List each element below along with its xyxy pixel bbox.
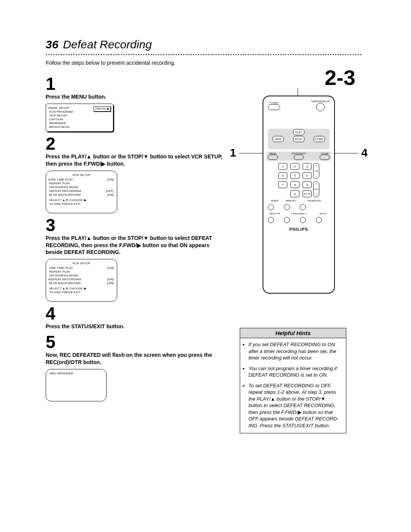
menu-value: [OFF] <box>106 189 114 193</box>
step-number-1: 1 <box>46 75 225 93</box>
digit-4[interactable]: 4 <box>278 172 287 179</box>
rec-button[interactable] <box>268 217 274 223</box>
step-text-5: Now, REC DEFEATED will flash on the scre… <box>46 351 225 366</box>
memory-label: MEMORY <box>284 200 298 202</box>
footer-hint: SELECT ▲▼ CHOOSE ▶ <box>49 198 114 202</box>
footer-hint: SELECT ▲▼ CHOOSE ▶ <box>49 287 114 291</box>
tracking-down-button[interactable] <box>284 217 290 223</box>
hints-title: Helpful Hints <box>240 328 346 338</box>
divider-dots: ••••••••••••••••••••••••••••••••••••••••… <box>46 52 373 58</box>
menu-item: VCR SETUP <box>49 114 67 118</box>
menu-item: DEFEAT RECORDING <box>49 189 81 193</box>
step-number-3: 3 <box>46 216 225 234</box>
menu-item: CAPTION <box>49 118 63 121</box>
menu-value: [ON] <box>107 278 114 281</box>
intro-text: Follow the steps below to prevent accide… <box>46 60 373 66</box>
digit-9[interactable]: 9 <box>303 181 312 188</box>
menu-item: ONE TIME PLAY <box>49 178 73 182</box>
step-text-2: Press the PLAY/▲ button or the STOP/▼ bu… <box>46 153 225 168</box>
menu-item: REMINDER <box>49 121 66 125</box>
altch-button[interactable]: ALT CH <box>303 190 312 197</box>
status-exit-button[interactable] <box>294 155 304 160</box>
digit-5[interactable]: 5 <box>290 172 299 179</box>
menu-value: [ON] <box>107 266 114 270</box>
menu-item: DEFEAT RECORDING <box>49 278 81 281</box>
step-number-5: 5 <box>46 333 225 351</box>
callout-4: 4 <box>361 146 368 159</box>
step-text-1: Press the MENU button. <box>46 93 225 101</box>
hint-item: If you set DEFEAT RECORDING to ON after … <box>249 341 341 361</box>
footer-hint: TO END PRESS EXIT <box>49 291 114 294</box>
menu-item: ON-SCREEN MODE <box>49 185 78 189</box>
menu-item: ONE TIME PLAY <box>49 266 73 270</box>
mute-label: MUTE <box>316 212 330 215</box>
footer-hint: TO END PRESS EXIT <box>49 202 114 206</box>
menu-item: ON-SCREEN MODE <box>49 274 78 278</box>
tv-screen-3: VCR SETUP ONE TIME PLAY[ON] REPEAT PLAY … <box>46 259 117 302</box>
menu-item: BLUE BACKGROUND <box>49 281 81 285</box>
menu-item: PRIM. SETUP <box>49 106 69 110</box>
callout-2-3: 2-3 <box>325 65 355 90</box>
screen-title: VCR SETUP <box>49 262 114 265</box>
menu-item: VCR PROGRAM <box>49 110 73 114</box>
menu-item: REPEAT PLAY <box>49 182 70 185</box>
digit-0[interactable]: 0 <box>290 190 299 197</box>
digit-6[interactable]: 6 <box>303 172 312 179</box>
pause-label: PAUSE/STILL <box>300 200 330 202</box>
hint-item: To set DEFEAT RECORDING to OFF, repeat s… <box>249 382 341 429</box>
menu-item: BLUE BACKGROUND <box>49 193 81 197</box>
page-title: Defeat Recording <box>63 38 151 51</box>
ffwd-button[interactable]: F.FWD <box>314 136 325 142</box>
digit-1[interactable]: 1 <box>278 163 287 170</box>
dpad: PLAY REW STOP F.FWD <box>268 129 330 149</box>
menu-button[interactable] <box>268 155 278 160</box>
remote-control: POWER SLEEP/WAKE-UP PLAY <box>263 96 335 294</box>
screen-title: VCR SETUP <box>49 173 114 177</box>
volume-rocker[interactable]: ∧VOL∨ <box>313 181 319 197</box>
menu-value: [ON] <box>107 281 114 285</box>
page-number: 36 <box>46 38 58 51</box>
callout-1: 1 <box>230 146 236 159</box>
helpful-hints-box: Helpful Hints If you set DEFEAT RECORDIN… <box>240 328 346 433</box>
vol-label: VOL <box>314 188 319 190</box>
ch-label: CH <box>315 170 318 172</box>
tracking-up-button[interactable] <box>300 217 306 223</box>
play-button[interactable]: PLAY <box>293 129 304 135</box>
sleep-label: SLEEP/WAKE-UP <box>311 100 330 102</box>
step-text-3: Press the PLAY/▲ button or the STOP/▼ bu… <box>46 235 225 256</box>
menu-value: [ON] <box>107 193 114 197</box>
step-number-4: 4 <box>46 305 225 322</box>
remote-diagram: 2-3 1 4 POWER SLEEP/WAKE-UP <box>240 77 358 320</box>
step-text-4: Press the STATUS/EXIT button. <box>46 323 225 330</box>
memory-button[interactable] <box>284 204 290 210</box>
callout-line <box>335 153 358 153</box>
menu-item: BRIGHTNESS <box>49 125 70 129</box>
speed-button[interactable] <box>268 204 274 210</box>
tv-screen-2: VCR SETUP ONE TIME PLAY[ON] REPEAT PLAY … <box>46 171 117 213</box>
rew-button[interactable]: REW <box>272 136 284 142</box>
digit-8[interactable]: 8 <box>290 181 299 188</box>
menu-item: REPEAT PLAY <box>49 270 70 274</box>
digit-3[interactable]: 3 <box>303 163 312 170</box>
digit-7[interactable]: 7 <box>278 181 287 188</box>
power-button[interactable] <box>268 104 280 110</box>
clear-button[interactable] <box>320 155 330 160</box>
rec-label: REC/OTR <box>268 212 282 215</box>
callout-line <box>239 153 263 153</box>
channel-rocker[interactable]: ∧CH∨ <box>313 163 319 179</box>
rec-defeated-label: REC DEFEATED <box>50 372 73 375</box>
speed-label: SPEED <box>268 200 282 202</box>
stop-button[interactable]: STOP <box>293 136 304 142</box>
step-number-2: 2 <box>46 135 225 152</box>
sleep-button[interactable] <box>316 103 325 111</box>
mute-button[interactable] <box>316 217 322 223</box>
pause-button[interactable] <box>300 204 306 210</box>
menu-value: [ON] <box>107 178 114 182</box>
press-indicator: PRESS ▶ <box>94 106 111 112</box>
tv-screen-4: REC DEFEATED <box>46 369 107 401</box>
tv-screen-1: PRESS ▶ PRIM. SETUP VCR PROGRAM VCR SETU… <box>46 104 113 132</box>
tracking-label: TRACKING <box>293 212 304 215</box>
brand-logo: PHILIPS <box>268 227 330 232</box>
hint-item: You can not program a timer recording if… <box>249 365 341 379</box>
digit-2[interactable]: 2 <box>290 163 299 170</box>
